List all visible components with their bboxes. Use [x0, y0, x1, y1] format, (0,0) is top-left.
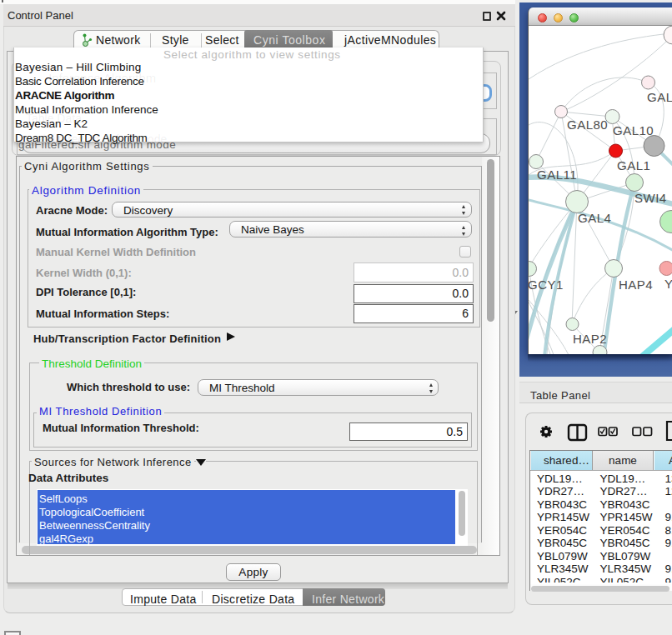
svg-text:GAL4: GAL4 — [578, 211, 611, 225]
svg-text:GAL10: GAL10 — [613, 123, 654, 138]
svg-text:SWI4: SWI4 — [634, 191, 667, 205]
svg-text:GAL80: GAL80 — [567, 118, 608, 132]
svg-text:GAL11: GAL11 — [537, 168, 577, 182]
svg-text:HAP4: HAP4 — [619, 278, 653, 292]
svg-text:GAL1: GAL1 — [617, 158, 650, 172]
svg-text:GCY1: GCY1 — [529, 278, 564, 292]
svg-text:GAL7: GAL7 — [647, 90, 672, 104]
svg-text:Y: Y — [664, 277, 672, 291]
svg-text:HAP2: HAP2 — [573, 332, 607, 346]
